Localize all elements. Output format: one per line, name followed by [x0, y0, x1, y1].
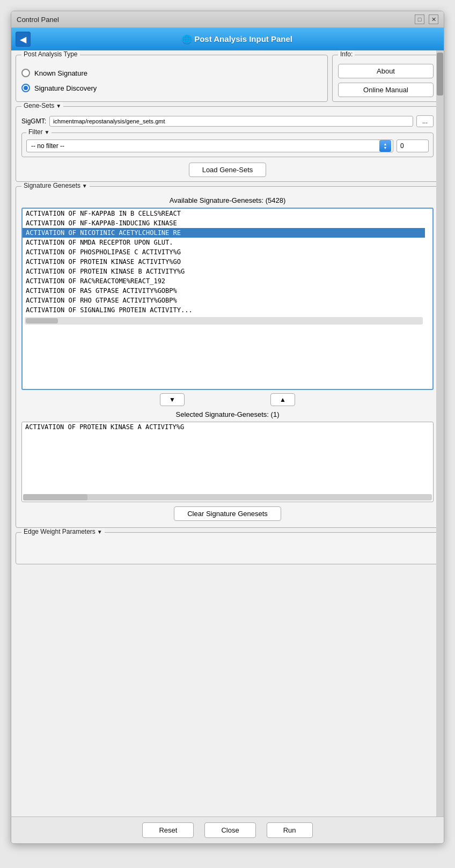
gene-sets-group: Gene-Sets SigGMT: ichmentmap/repostanaly…	[16, 106, 439, 182]
post-analysis-type-legend: Post Analysis Type	[21, 50, 80, 58]
gene-sets-legend: Gene-Sets	[21, 102, 63, 109]
clear-signature-genesets-button[interactable]: Clear Signature Genesets	[174, 506, 281, 521]
about-button[interactable]: About	[338, 64, 434, 78]
known-signature-label: Known Signature	[34, 69, 87, 77]
post-analysis-type-group: Post Analysis Type Known Signature Signa…	[16, 55, 328, 102]
info-group: Info: About Online Manual	[332, 55, 439, 102]
title-bar: Control Panel □ ✕	[11, 11, 444, 28]
run-button[interactable]: Run	[267, 822, 313, 838]
bottom-bar: Reset Close Run	[11, 816, 444, 843]
available-list-item[interactable]: ACTIVATION OF NF-KAPPAB IN B CELLS%REACT	[23, 209, 425, 218]
available-list-item[interactable]: ACTIVATION OF RAC%REACTOME%REACT_192	[23, 276, 425, 286]
sigmt-input[interactable]: ichmentmap/repostanalysis/gene_sets.gmt	[49, 116, 413, 127]
close-button-bottom[interactable]: Close	[204, 822, 255, 838]
filter-select[interactable]: -- no filter --	[26, 139, 393, 152]
selected-list-hscroll-thumb	[23, 494, 87, 501]
move-down-button[interactable]: ▼	[160, 393, 185, 406]
available-list-hscroll[interactable]	[25, 317, 423, 325]
top-row: Post Analysis Type Known Signature Signa…	[16, 55, 439, 102]
load-gene-sets-button[interactable]: Load Gene-Sets	[189, 163, 267, 177]
panel-header: ◀ 🌐 Post Analysis Input Panel	[11, 28, 444, 50]
available-list-item[interactable]: ACTIVATION OF NF-KAPPAB-INDUCING KINASE	[23, 218, 425, 228]
available-list-item[interactable]: ACTIVATION OF SIGNALING PROTEIN ACTIVITY…	[23, 305, 425, 315]
selected-list-item[interactable]: ACTIVATION OF PROTEIN KINASE A ACTIVITY%…	[22, 422, 433, 432]
panel-title: 🌐 Post Analysis Input Panel	[35, 34, 439, 44]
filter-group: Filter -- no filter --	[21, 133, 434, 157]
edge-weight-legend: Edge Weight Parameters	[21, 528, 105, 535]
filter-row: -- no filter --	[26, 139, 429, 152]
filter-number-input[interactable]	[397, 139, 429, 152]
selected-label: Selected Signature-Genesets: (1)	[21, 410, 434, 418]
move-up-button[interactable]: ▲	[270, 393, 295, 406]
available-list-item[interactable]: ACTIVATION OF PROTEIN KINASE B ACTIVITY%…	[23, 267, 425, 276]
window-title: Control Panel	[17, 16, 59, 24]
signature-genesets-legend: Signature Genesets	[21, 182, 90, 189]
available-list-item[interactable]: ACTIVATION OF RAS GTPASE ACTIVITY%GOBP%	[23, 286, 425, 296]
available-list-item[interactable]: ACTIVATION OF PROTEIN KINASE ACTIVITY%GO	[23, 257, 425, 267]
known-signature-radio[interactable]	[21, 69, 30, 77]
panel-title-text: Post Analysis Input Panel	[194, 34, 292, 43]
signature-discovery-label: Signature Discovery	[34, 84, 97, 92]
close-button[interactable]: ✕	[429, 14, 438, 24]
available-geneset-list[interactable]: ACTIVATION OF NF-KAPPAB IN B CELLS%REACT…	[21, 208, 434, 390]
sigmt-label: SigGMT:	[21, 117, 46, 125]
title-bar-controls: □ ✕	[415, 14, 438, 24]
edge-weight-group: Edge Weight Parameters	[16, 532, 439, 564]
main-content: Post Analysis Type Known Signature Signa…	[11, 50, 444, 569]
available-list-item[interactable]: ACTIVATION OF PHOSPHOLIPASE C ACTIVITY%G	[23, 247, 425, 257]
selected-list-hscroll[interactable]	[23, 494, 432, 501]
sigmt-row: SigGMT: ichmentmap/repostanalysis/gene_s…	[21, 115, 434, 127]
filter-legend: Filter	[26, 128, 52, 136]
selected-geneset-list[interactable]: ACTIVATION OF PROTEIN KINASE A ACTIVITY%…	[21, 422, 434, 502]
filter-select-wrapper: -- no filter --	[26, 139, 393, 152]
signature-discovery-radio[interactable]	[21, 84, 30, 92]
main-scrollbar-thumb	[437, 53, 443, 95]
maximize-button[interactable]: □	[415, 14, 424, 24]
move-buttons-row: ▼ ▲	[21, 393, 434, 406]
window-content: ◀ 🌐 Post Analysis Input Panel Post Analy…	[11, 28, 444, 843]
online-manual-button[interactable]: Online Manual	[338, 83, 434, 97]
panel-icon: 🌐	[182, 34, 192, 43]
available-list-item[interactable]: ACTIVATION OF NMDA RECEPTOR UPON GLUT.	[23, 238, 425, 247]
reset-button[interactable]: Reset	[142, 822, 194, 838]
known-signature-row: Known Signature	[21, 69, 322, 77]
available-label: Available Signature-Genesets: (5428)	[21, 196, 434, 204]
available-list-hscroll-thumb	[26, 318, 58, 323]
main-scrollbar[interactable]	[436, 50, 444, 816]
available-list-item[interactable]: ACTIVATION OF NICOTINIC ACETYLCHOLINE RE	[23, 228, 425, 238]
available-list-item[interactable]: ACTIVATION OF RHO GTPASE ACTIVITY%GOBP%	[23, 296, 425, 305]
signature-discovery-row: Signature Discovery	[21, 84, 322, 92]
info-legend: Info:	[338, 50, 355, 58]
back-button[interactable]: ◀	[16, 32, 31, 47]
browse-button[interactable]: ...	[416, 115, 434, 127]
main-window: Control Panel □ ✕ ◀ 🌐 Post Analysis Inpu…	[11, 11, 444, 844]
signature-genesets-group: Signature Genesets Available Signature-G…	[16, 186, 439, 528]
